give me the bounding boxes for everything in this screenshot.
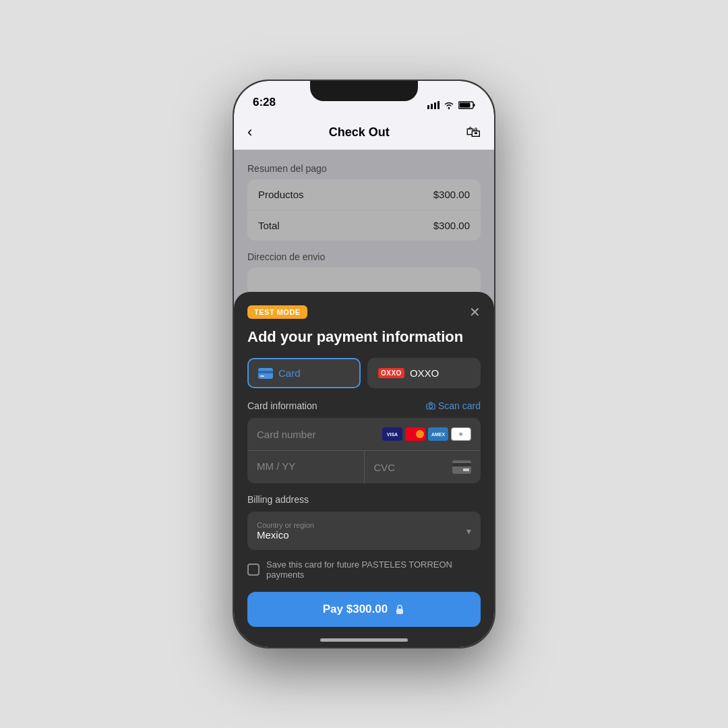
svg-rect-8 (258, 371, 273, 373)
chevron-down-icon: ▾ (466, 526, 471, 537)
battery-icon (458, 101, 475, 109)
tab-oxxo[interactable]: OXXO OXXO (367, 358, 481, 388)
mastercard-icon (405, 427, 425, 441)
tab-card[interactable]: Card (247, 358, 361, 388)
card-number-input[interactable]: Card number (257, 429, 316, 440)
payment-method-tabs: Card OXXO OXXO (247, 358, 481, 388)
save-card-label: Save this card for future PASTELES TORRE… (266, 559, 481, 580)
card-brand-icons: VISA AMEX D (382, 427, 471, 441)
modal-title: Add your payment information (247, 328, 481, 346)
svg-rect-9 (260, 375, 264, 377)
camera-icon (426, 402, 435, 410)
notch (310, 81, 418, 101)
phone-frame: 6:28 (233, 80, 495, 648)
lock-icon (394, 604, 405, 615)
card-tab-icon (258, 368, 273, 379)
close-button[interactable]: ✕ (469, 305, 481, 319)
card-expiry-cvc-row: MM / YY CVC (247, 451, 481, 483)
payment-modal: TEST MODE ✕ Add your payment information… (234, 292, 494, 647)
svg-rect-15 (396, 609, 403, 614)
svg-rect-5 (460, 103, 471, 108)
signal-icon (427, 101, 439, 109)
card-info-header: Card information Scan card (247, 400, 481, 411)
svg-rect-2 (434, 102, 436, 109)
modal-header: TEST MODE ✕ (247, 305, 481, 319)
cvc-row: CVC (365, 451, 481, 483)
svg-rect-13 (452, 463, 471, 466)
country-value: Mexico (257, 529, 314, 541)
svg-point-11 (429, 405, 432, 408)
scan-card-button[interactable]: Scan card (426, 400, 481, 411)
svg-rect-12 (452, 460, 471, 474)
svg-rect-6 (474, 104, 475, 107)
card-info-label: Card information (247, 400, 317, 411)
country-region-label: Country or region (257, 521, 314, 529)
svg-rect-3 (437, 101, 439, 109)
save-card-row: Save this card for future PASTELES TORRE… (247, 559, 481, 580)
bag-icon[interactable]: 🛍 (466, 123, 481, 141)
amex-icon: AMEX (428, 427, 448, 441)
billing-label: Billing address (247, 494, 481, 505)
svg-rect-14 (463, 468, 469, 471)
expiry-input[interactable]: MM / YY (247, 451, 365, 483)
pay-button-label: Pay $300.00 (323, 603, 388, 616)
status-time: 6:28 (253, 96, 276, 109)
wifi-icon (444, 101, 454, 109)
pay-button[interactable]: Pay $300.00 (247, 592, 481, 627)
page-title: Check Out (329, 125, 390, 140)
visa-icon: VISA (382, 427, 402, 441)
cvc-card-icon (452, 460, 471, 474)
phone-screen: 6:28 (234, 81, 494, 647)
svg-rect-1 (431, 104, 433, 109)
save-card-checkbox[interactable] (247, 564, 260, 576)
back-button[interactable]: ‹ (247, 123, 252, 141)
svg-rect-0 (427, 105, 429, 109)
nav-bar: ‹ Check Out 🛍 (234, 115, 494, 150)
card-number-row: Card number VISA AMEX D (247, 418, 481, 451)
cvc-input[interactable]: CVC (374, 462, 396, 473)
oxxo-tab-label: OXXO (410, 367, 439, 379)
diners-icon: D (451, 427, 471, 441)
test-mode-badge: TEST MODE (247, 305, 307, 319)
card-form: Card number VISA AMEX D MM / YY (247, 418, 481, 483)
status-icons (427, 101, 475, 109)
home-bar (320, 638, 408, 642)
scan-card-label: Scan card (438, 400, 481, 411)
card-tab-label: Card (278, 367, 301, 379)
country-select[interactable]: Country or region Mexico ▾ (247, 512, 481, 550)
